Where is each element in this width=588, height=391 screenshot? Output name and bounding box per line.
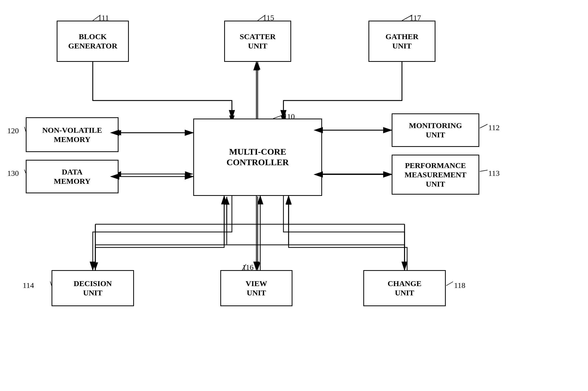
label-113: 113 bbox=[488, 169, 500, 178]
label-112: 112 bbox=[488, 123, 500, 132]
multi-core-controller-box: MULTI-CORECONTROLLER bbox=[193, 119, 322, 196]
gather-unit-box: GATHERUNIT bbox=[368, 21, 435, 62]
view-unit-box: VIEWUNIT bbox=[220, 270, 292, 306]
non-volatile-memory-box: NON-VOLATILEMEMORY bbox=[26, 117, 119, 152]
change-unit-box: CHANGEUNIT bbox=[363, 270, 446, 306]
label-130: 130 bbox=[7, 169, 19, 178]
label-117: 117 bbox=[410, 13, 421, 22]
label-116: 116 bbox=[242, 263, 254, 272]
diagram-container: BLOCKGENERATOR 111 SCATTERUNIT 115 GATHE… bbox=[0, 0, 588, 391]
label-111: 111 bbox=[98, 13, 109, 22]
label-120: 120 bbox=[7, 126, 19, 135]
label-110: 110 bbox=[283, 112, 295, 121]
scatter-unit-box: SCATTERUNIT bbox=[224, 21, 291, 62]
block-generator-box: BLOCKGENERATOR bbox=[57, 21, 129, 62]
label-118: 118 bbox=[454, 281, 465, 290]
label-115: 115 bbox=[263, 13, 274, 22]
data-memory-box: DATAMEMORY bbox=[26, 160, 119, 193]
performance-measurement-unit-box: PERFORMANCEMEASUREMENTUNIT bbox=[392, 155, 479, 195]
monitoring-unit-box: MONITORINGUNIT bbox=[392, 113, 479, 147]
decision-unit-box: DECISIONUNIT bbox=[52, 270, 134, 306]
label-114: 114 bbox=[23, 281, 34, 290]
